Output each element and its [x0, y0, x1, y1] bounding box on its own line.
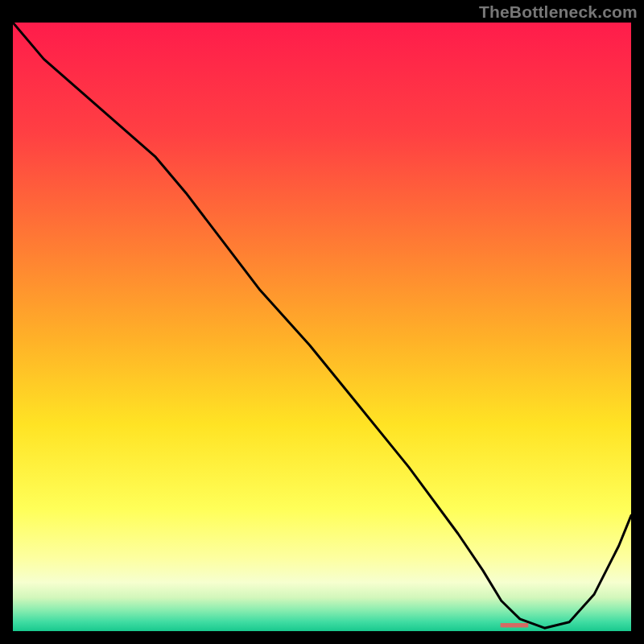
plot-area: ■■■■■■■■■	[13, 23, 631, 631]
chart-frame: TheBottleneck.com ■■■■■■■■■	[0, 0, 644, 644]
optimum-marker: ■■■■■■■■■	[500, 620, 526, 630]
chart-svg	[13, 23, 631, 631]
watermark-label: TheBottleneck.com	[479, 2, 638, 22]
